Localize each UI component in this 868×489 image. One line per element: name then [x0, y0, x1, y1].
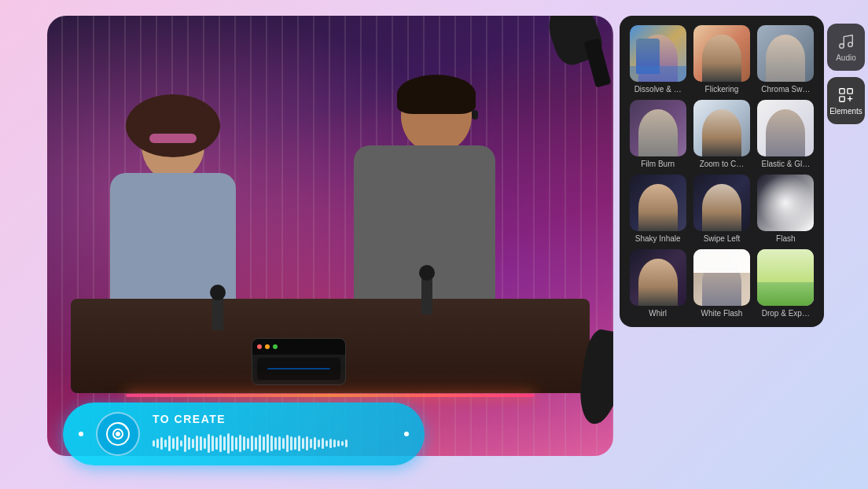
svg-point-2: [116, 432, 120, 436]
svg-rect-5: [840, 88, 844, 93]
effect-item-4[interactable]: Film Burn: [629, 100, 686, 168]
sidebar: Audio Elements: [824, 24, 868, 124]
effect-item-7[interactable]: Shaky Inhale: [629, 175, 686, 243]
effects-panel: Dissolve & …FlickeringChroma Sw…Film Bur…: [620, 16, 824, 327]
effect-label-5: Zoom to C…: [693, 160, 750, 168]
effect-label-12: Drop & Exp…: [757, 309, 814, 318]
svg-rect-6: [848, 88, 852, 93]
effect-label-7: Shaky Inhale: [630, 234, 686, 243]
effect-label-6: Elastic & Gl…: [757, 160, 814, 168]
svg-point-3: [840, 43, 844, 48]
equipment: [252, 338, 346, 385]
music-player[interactable]: TO CREATE: [63, 403, 425, 465]
effect-label-10: Whirl: [630, 309, 686, 318]
mic-left: [212, 291, 223, 330]
effect-item-3[interactable]: Chroma Sw…: [757, 25, 815, 94]
effect-item-10[interactable]: Whirl: [629, 249, 686, 318]
svg-point-4: [848, 42, 853, 46]
drag-handle-right[interactable]: [404, 432, 409, 436]
effect-item-12[interactable]: Drop & Exp…: [757, 249, 815, 318]
effect-label-8: Swipe Left: [693, 234, 750, 243]
drag-handle-left[interactable]: [79, 432, 83, 436]
effect-item-11[interactable]: White Flash: [693, 249, 750, 318]
music-content: TO CREATE: [153, 413, 392, 455]
effect-label-3: Chroma Sw…: [757, 85, 814, 94]
sidebar-audio-label: Audio: [836, 53, 856, 62]
waveform: [153, 432, 392, 455]
effect-item-8[interactable]: Swipe Left: [693, 175, 750, 243]
svg-rect-7: [840, 96, 844, 101]
effect-label-9: Flash: [757, 234, 814, 243]
effect-label-4: Film Burn: [630, 160, 686, 168]
effect-item-1[interactable]: Dissolve & …: [629, 25, 686, 94]
video-frame: [47, 16, 613, 456]
effect-label-2: Flickering: [693, 85, 750, 94]
effect-label-1: Dissolve & …: [630, 85, 686, 94]
music-title: TO CREATE: [153, 413, 392, 425]
mic-right: [421, 271, 432, 314]
effect-label-11: White Flash: [693, 309, 750, 318]
neon-strip: [126, 394, 535, 397]
effect-item-6[interactable]: Elastic & Gl…: [757, 100, 815, 168]
sidebar-elements-label: Elements: [829, 107, 862, 116]
effect-item-9[interactable]: Flash: [757, 175, 815, 243]
sidebar-item-audio[interactable]: Audio: [827, 24, 865, 71]
music-icon: [96, 412, 140, 456]
sidebar-item-elements[interactable]: Elements: [827, 77, 865, 124]
effect-item-2[interactable]: Flickering: [693, 25, 750, 94]
effect-item-5[interactable]: Zoom to C…: [693, 100, 750, 168]
